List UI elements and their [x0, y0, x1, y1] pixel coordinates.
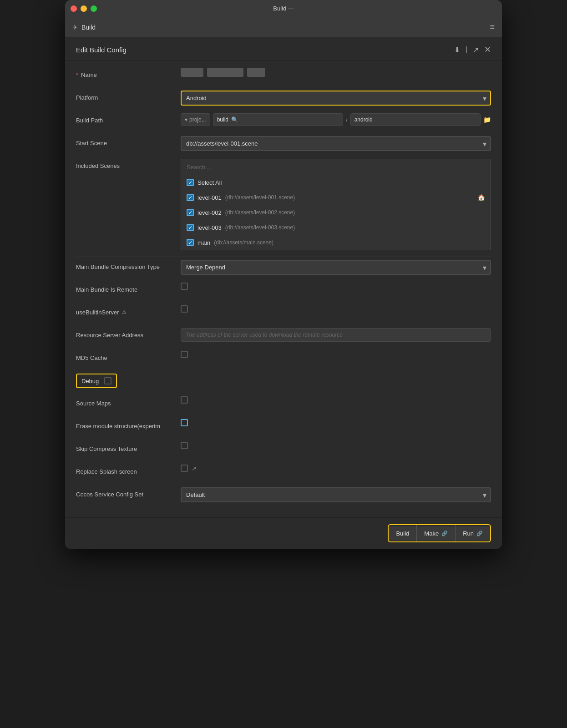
scene-item-level002[interactable]: ✓ level-002 (db://assets/level-002.scene… [181, 205, 491, 220]
folder-icon[interactable]: 📁 [483, 116, 491, 123]
action-buttons: Build Make 🔗 Run 🔗 [388, 524, 491, 542]
traffic-lights [71, 5, 97, 12]
select-all-checkbox[interactable]: ✓ [187, 179, 194, 186]
skip-compress-control [181, 442, 491, 449]
build-path-label: Build Path [76, 113, 181, 124]
resource-server-control [181, 328, 491, 342]
md5-cache-checkbox[interactable] [181, 351, 188, 358]
path-android[interactable]: android [350, 113, 481, 126]
make-button[interactable]: Make 🔗 [417, 526, 455, 541]
build-path-control: ▾ proje... build 🔍 / android 📁 [181, 113, 491, 126]
scene-item-level001[interactable]: ✓ level-001 (db://assets/level-001.scene… [181, 190, 491, 205]
platform-select[interactable]: Android iOS Web Mobile Windows Mac [181, 91, 491, 106]
platform-row: Platform Android iOS Web Mobile Windows … [76, 91, 491, 107]
name-label: * Name [76, 68, 181, 78]
compression-select[interactable]: Merge Depend None Merge All Assets [181, 260, 491, 275]
panel: Edit Build Config ⬇ | ↗ ✕ * Name [65, 37, 502, 549]
md5-cache-label: MD5 Cache [76, 351, 181, 361]
md5-cache-control [181, 351, 491, 358]
checkmark-icon: ✓ [188, 225, 192, 230]
path-prefix[interactable]: ▾ proje... [181, 113, 210, 126]
resource-server-input[interactable] [181, 328, 491, 342]
replace-splash-label: Replace Splash screen [76, 465, 181, 475]
start-scene-row: Start Scene db://assets/level-001.scene … [76, 136, 491, 152]
name-block-3 [247, 68, 265, 77]
start-scene-label: Start Scene [76, 136, 181, 147]
save-icon[interactable]: ⬇ [454, 46, 460, 54]
warning-icon: ⚠ [122, 309, 127, 315]
start-scene-select[interactable]: db://assets/level-001.scene [181, 136, 491, 151]
export-icon[interactable]: ↗ [473, 46, 479, 54]
scene-checkbox-level001[interactable]: ✓ [187, 194, 194, 201]
scene-checkbox-main[interactable]: ✓ [187, 239, 194, 246]
panel-header: Edit Build Config ⬇ | ↗ ✕ [65, 37, 502, 61]
make-link-icon: 🔗 [441, 531, 448, 536]
build-icon: ✈ [72, 24, 78, 31]
scene-item-main[interactable]: ✓ main (db://assets/main.scene) [181, 235, 491, 250]
erase-module-checkbox[interactable] [181, 419, 188, 426]
scenes-container: ✓ Select All ✓ level-001 (db://assets/le… [181, 159, 491, 250]
source-maps-label: Source Maps [76, 396, 181, 407]
checkmark-icon: ✓ [188, 210, 192, 215]
scene-name-level003: level-003 [197, 224, 222, 231]
chevron-down-icon: ▾ [185, 116, 187, 123]
included-scenes-row: Included Scenes ✓ Select All [76, 159, 491, 250]
included-scenes-control: ✓ Select All ✓ level-001 (db://assets/le… [181, 159, 491, 250]
cocos-service-select[interactable]: Default [181, 487, 491, 502]
use-builtin-server-checkbox[interactable] [181, 305, 188, 313]
checkmark-icon: ✓ [188, 195, 192, 200]
maximize-traffic-light[interactable] [91, 5, 97, 12]
platform-select-wrapper: Android iOS Web Mobile Windows Mac ▾ [181, 91, 491, 106]
resource-server-row: Resource Server Address [76, 328, 491, 344]
external-link-icon[interactable]: ↗ [192, 465, 197, 472]
replace-splash-row: Replace Splash screen ↗ [76, 465, 491, 481]
select-all-label: Select All [197, 179, 222, 186]
md5-cache-row: MD5 Cache [76, 351, 491, 367]
cocos-service-row: Cocos Service Config Set Default ▾ [76, 487, 491, 504]
source-maps-checkbox[interactable] [181, 396, 188, 404]
platform-label: Platform [76, 91, 181, 101]
window-title: Build — [273, 5, 294, 12]
close-traffic-light[interactable] [71, 5, 77, 12]
path-search-icon: 🔍 [231, 116, 238, 123]
main-bundle-remote-checkbox[interactable] [181, 283, 188, 290]
skip-compress-label: Skip Compress Texture [76, 442, 181, 452]
required-star: * [76, 71, 78, 78]
skip-compress-checkbox[interactable] [181, 442, 188, 449]
minimize-traffic-light[interactable] [81, 5, 87, 12]
name-input-area[interactable] [181, 68, 491, 77]
included-scenes-label: Included Scenes [76, 159, 181, 169]
toolbar-menu-icon[interactable]: ≡ [490, 22, 495, 32]
source-maps-row: Source Maps [76, 396, 491, 413]
scene-path-level002: (db://assets/level-002.scene) [225, 209, 295, 216]
scenes-search-input[interactable] [187, 164, 485, 171]
main-bundle-remote-control [181, 283, 491, 290]
toolbar-title: Build [81, 24, 96, 31]
replace-splash-control: ↗ [181, 465, 491, 472]
close-button[interactable]: ✕ [484, 45, 491, 55]
use-builtin-server-control [181, 305, 491, 313]
debug-checkbox[interactable] [104, 377, 111, 384]
run-button[interactable]: Run 🔗 [456, 526, 490, 541]
separator: | [466, 46, 467, 54]
scene-name-level001: level-001 [197, 194, 222, 201]
checkmark-icon: ✓ [188, 240, 192, 245]
path-segment[interactable]: build 🔍 [213, 113, 343, 126]
scene-checkbox-level003[interactable]: ✓ [187, 224, 194, 231]
start-scene-wrapper: db://assets/level-001.scene ▾ [181, 136, 491, 151]
panel-actions: ⬇ | ↗ ✕ [454, 45, 491, 55]
use-builtin-server-label: useBuiltinServer ⚠ [76, 305, 181, 316]
build-button[interactable]: Build [389, 526, 416, 541]
main-bundle-remote-row: Main Bundle Is Remote [76, 283, 491, 299]
cocos-service-label: Cocos Service Config Set [76, 487, 181, 498]
checkmark-icon: ✓ [188, 180, 192, 185]
erase-module-control [181, 419, 491, 426]
scene-item-level003[interactable]: ✓ level-003 (db://assets/level-003.scene… [181, 220, 491, 235]
source-maps-control [181, 396, 491, 404]
replace-splash-checkbox[interactable] [181, 465, 188, 472]
bottom-bar: Build Make 🔗 Run 🔗 [65, 517, 502, 549]
select-all-item[interactable]: ✓ Select All [181, 175, 491, 190]
scene-checkbox-level002[interactable]: ✓ [187, 209, 194, 216]
title-bar: Build — [65, 0, 502, 17]
debug-highlighted-row: Debug [76, 374, 117, 388]
